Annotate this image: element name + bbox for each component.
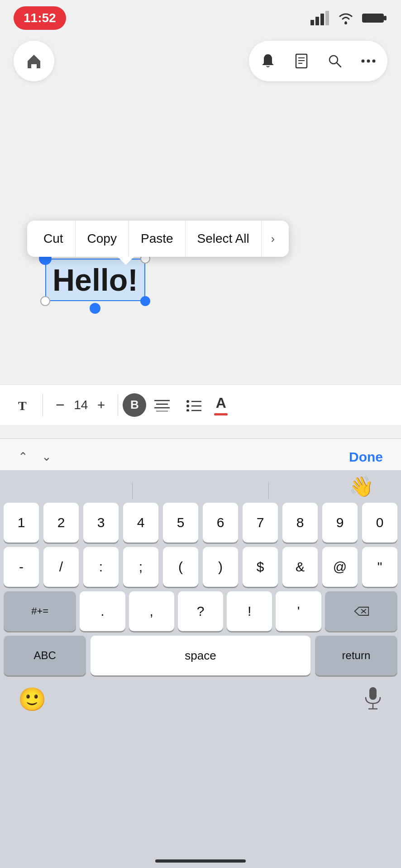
key-2[interactable]: 2 bbox=[43, 503, 79, 542]
home-button[interactable] bbox=[14, 41, 54, 81]
handle-bottom-center[interactable] bbox=[90, 303, 100, 314]
wave-emoji: 👋 bbox=[349, 475, 374, 498]
text-color-bar bbox=[214, 413, 228, 415]
emoji-key[interactable]: 🙂 bbox=[18, 686, 46, 712]
return-key[interactable]: return bbox=[315, 636, 397, 675]
text-color-letter: A bbox=[216, 395, 226, 411]
nav-down-arrow[interactable]: ⌄ bbox=[42, 450, 52, 464]
keyboard-top-area: 👋 bbox=[0, 470, 401, 503]
divider-right bbox=[268, 483, 269, 499]
divider-1 bbox=[43, 394, 43, 416]
font-size-display: 14 bbox=[73, 398, 89, 412]
home-icon bbox=[25, 52, 43, 70]
key-4[interactable]: 4 bbox=[123, 503, 158, 542]
time-display: 11:52 bbox=[14, 6, 66, 30]
status-bar: 11:52 bbox=[0, 0, 401, 36]
svg-rect-2 bbox=[320, 14, 324, 25]
key-open-paren[interactable]: ( bbox=[163, 547, 198, 587]
divider-left bbox=[132, 483, 133, 499]
bell-icon[interactable] bbox=[258, 51, 278, 71]
signal-icon bbox=[310, 11, 329, 25]
document-icon[interactable] bbox=[291, 51, 311, 71]
space-key[interactable]: space bbox=[91, 636, 310, 675]
handle-bottom-left[interactable] bbox=[40, 296, 50, 306]
keyboard-nav-bar: ⌃ ⌄ Done bbox=[0, 439, 401, 475]
key-question[interactable]: ? bbox=[178, 591, 223, 631]
key-symbols-toggle[interactable]: #+= bbox=[4, 591, 76, 631]
symbol-row: - / : ; ( ) $ & @ " bbox=[0, 547, 401, 587]
bottom-row: ABC space return bbox=[0, 636, 401, 675]
key-close-paren[interactable]: ) bbox=[203, 547, 238, 587]
canvas-area[interactable] bbox=[0, 90, 401, 425]
search-icon[interactable] bbox=[325, 51, 345, 71]
svg-text:T: T bbox=[18, 399, 27, 413]
battery-icon bbox=[362, 12, 387, 24]
nav-up-arrow[interactable]: ⌃ bbox=[18, 450, 28, 464]
wifi-icon bbox=[337, 11, 355, 25]
font-size-increase[interactable]: + bbox=[89, 385, 114, 425]
key-dash[interactable]: - bbox=[4, 547, 39, 587]
svg-point-22 bbox=[186, 400, 189, 403]
svg-point-14 bbox=[362, 60, 365, 63]
bold-button[interactable]: B bbox=[123, 393, 146, 417]
more-icon[interactable] bbox=[358, 51, 378, 71]
nav-arrows: ⌃ ⌄ bbox=[18, 450, 52, 464]
key-at[interactable]: @ bbox=[322, 547, 358, 587]
key-exclamation[interactable]: ! bbox=[227, 591, 272, 631]
key-5[interactable]: 5 bbox=[163, 503, 198, 542]
key-comma[interactable]: , bbox=[129, 591, 174, 631]
backspace-icon bbox=[353, 605, 369, 618]
key-0[interactable]: 0 bbox=[362, 503, 397, 542]
key-dollar[interactable]: $ bbox=[243, 547, 278, 587]
key-slash[interactable]: / bbox=[43, 547, 79, 587]
key-8[interactable]: 8 bbox=[282, 503, 318, 542]
backspace-key[interactable] bbox=[325, 591, 397, 631]
svg-point-15 bbox=[367, 60, 370, 63]
key-6[interactable]: 6 bbox=[203, 503, 238, 542]
mic-key[interactable] bbox=[363, 686, 383, 712]
text-element[interactable]: Hello! bbox=[45, 259, 145, 301]
format-toolbar: T − 14 + B A bbox=[0, 384, 401, 425]
divider-2 bbox=[118, 394, 118, 416]
svg-rect-7 bbox=[384, 16, 387, 20]
number-row: 1 2 3 4 5 6 7 8 9 0 bbox=[0, 503, 401, 542]
svg-rect-3 bbox=[325, 11, 329, 25]
text-type-button[interactable]: T bbox=[9, 385, 38, 425]
text-element-wrapper[interactable]: Hello! bbox=[45, 259, 145, 301]
key-semicolon[interactable]: ; bbox=[123, 547, 158, 587]
key-colon[interactable]: : bbox=[83, 547, 119, 587]
text-color-button[interactable]: A bbox=[210, 395, 232, 415]
copy-button[interactable]: Copy bbox=[76, 221, 129, 257]
key-1[interactable]: 1 bbox=[4, 503, 39, 542]
svg-rect-0 bbox=[310, 20, 314, 25]
toolbar-group bbox=[249, 41, 387, 81]
key-3[interactable]: 3 bbox=[83, 503, 119, 542]
abc-key[interactable]: ABC bbox=[4, 636, 86, 675]
home-indicator bbox=[155, 859, 246, 863]
key-period[interactable]: . bbox=[80, 591, 125, 631]
svg-point-4 bbox=[344, 22, 347, 24]
handle-bottom-right[interactable] bbox=[140, 296, 150, 306]
svg-point-26 bbox=[186, 409, 189, 411]
cut-button[interactable]: Cut bbox=[32, 221, 76, 257]
text-content[interactable]: Hello! bbox=[45, 259, 145, 301]
key-7[interactable]: 7 bbox=[243, 503, 278, 542]
key-quote[interactable]: " bbox=[362, 547, 397, 587]
svg-point-16 bbox=[372, 60, 376, 63]
more-options-button[interactable]: › bbox=[262, 221, 284, 257]
list-button[interactable] bbox=[178, 385, 210, 425]
select-all-button[interactable]: Select All bbox=[186, 221, 262, 257]
key-9[interactable]: 9 bbox=[322, 503, 358, 542]
font-size-decrease[interactable]: − bbox=[48, 385, 73, 425]
emoji-mic-row: 🙂 bbox=[0, 680, 401, 712]
context-menu: Cut Copy Paste Select All › bbox=[27, 221, 289, 257]
paste-button[interactable]: Paste bbox=[129, 221, 186, 257]
svg-rect-30 bbox=[369, 687, 377, 700]
svg-rect-1 bbox=[315, 17, 319, 25]
special-row: #+= . , ? ! ' bbox=[0, 591, 401, 631]
svg-rect-6 bbox=[363, 14, 383, 22]
done-button[interactable]: Done bbox=[349, 449, 383, 465]
key-ampersand[interactable]: & bbox=[282, 547, 318, 587]
key-apostrophe[interactable]: ' bbox=[276, 591, 321, 631]
align-button[interactable] bbox=[146, 385, 178, 425]
